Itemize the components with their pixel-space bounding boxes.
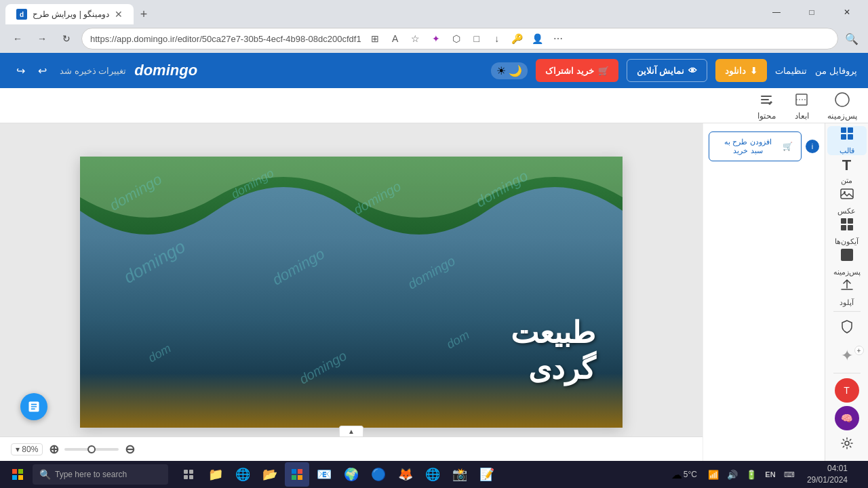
text-tool-icon: T [842,157,851,174]
tray-keyboard-icon[interactable]: ⌨ [781,466,797,483]
minimize-button[interactable]: — [761,2,792,22]
url-input[interactable]: https://app.domingo.ir/editor/50ca27e7-3… [81,28,838,49]
settings-menu[interactable]: تنظیمات [775,66,807,76]
profile-icon[interactable]: 👤 [530,30,546,47]
ai-action-button[interactable] [20,393,47,420]
downloads-icon[interactable]: ↓ [489,30,505,47]
svg-rect-13 [848,218,853,224]
browser-tab[interactable]: d دومینگو | ویرایش طرح ✕ [5,4,134,24]
back-button[interactable]: ← [8,29,27,48]
global-search-icon[interactable]: 🔍 [844,30,860,47]
icons-tool-icon [840,217,854,235]
weather-temp: 5°C [684,470,697,479]
right-panel: 🛒 افزودن طرح به سبد خرید i [703,123,825,461]
content-icon [757,90,776,109]
tab-title: دومینگو | ویرایش طرح [33,9,109,19]
theme-toggle[interactable]: 🌙 ☀ [491,62,528,79]
zoom-slider[interactable] [64,448,119,451]
sidebar-tool-image[interactable]: عکس [827,186,867,216]
undo-button[interactable]: ↩ [33,61,52,80]
show-desktop-button[interactable] [857,462,863,487]
refresh-button[interactable]: ↻ [57,29,76,48]
panel-toggle-button[interactable]: ▲ [339,426,363,436]
sidebar-gear-button[interactable] [827,432,867,458]
firefox-icon[interactable]: 🦊 [393,462,418,487]
zoom-in-button[interactable]: ⊕ [45,441,62,458]
mail-icon[interactable]: 📧 [312,462,336,487]
favorites-icon[interactable]: ☆ [408,30,424,47]
camera-icon[interactable]: 📸 [448,462,472,487]
collections-icon[interactable]: ⊞ [367,30,383,47]
tray-battery-icon[interactable]: 🔋 [743,466,760,483]
browser-ai-icon[interactable]: ✦ [428,30,444,47]
svg-rect-9 [848,134,853,140]
edge-icon[interactable]: 🌍 [339,462,363,487]
tray-wifi-icon[interactable]: 📶 [705,466,722,483]
new-tab-button[interactable]: + [134,4,154,24]
maximize-button[interactable]: □ [796,2,827,22]
sidebar-tool-plus[interactable]: + ✦ [827,343,867,369]
system-clock[interactable]: 04:01 29/01/2024 [802,463,853,486]
chrome-icon[interactable]: 🔵 [366,462,391,487]
redo-button[interactable]: ↪ [11,61,30,80]
toolbar-dimensions[interactable]: ابعاد [792,90,811,121]
taskbar-search-placeholder: Type here to search [55,470,127,479]
sidebar-tool-shield[interactable] [827,316,867,342]
immersive-reader-icon[interactable]: □ [469,30,485,47]
word-icon[interactable]: 📝 [475,462,499,487]
address-bar: ← → ↻ https://app.domingo.ir/editor/50ca… [0,24,868,53]
toolbar-content[interactable]: محتوا [757,90,776,121]
tab-close-btn[interactable]: ✕ [115,9,123,20]
profile-menu[interactable]: پروفایل من [815,66,857,76]
svg-rect-19 [18,469,23,474]
start-button[interactable] [5,462,30,487]
eye-icon: 👁 [688,66,697,76]
taskbar-search[interactable]: 🔍 Type here to search [33,464,168,485]
taskbar-search-icon: 🔍 [39,469,51,480]
taskbar-app-icons: 📁 🌐 📂 📧 🌍 🔵 🦊 🌐 📸 📝 [176,462,499,487]
sidebar-divider [833,311,861,312]
zoom-out-button[interactable]: ⊖ [121,441,138,458]
tray-sound-icon[interactable]: 🔊 [724,466,741,483]
sidebar-tool-upload[interactable]: آپلود [827,278,867,307]
files-icon[interactable]: 📂 [258,462,282,487]
zoom-bar: ▾ 80% ⊕ ⊖ [0,436,703,461]
sidebar-tool-template[interactable]: قالب [827,126,867,155]
earth-icon[interactable]: 🌐 [420,462,445,487]
winstore-icon[interactable] [285,462,309,487]
sidebar-tool-background[interactable]: پس‌زمینه [827,247,867,277]
design-canvas[interactable]: domingo domingo domingo domingo domingo … [80,157,623,428]
globe-icon[interactable]: 🌐 [231,462,255,487]
weather-widget[interactable]: ☁ 5°C [667,468,701,481]
sidebar-ai-button[interactable]: 🧠 [827,405,867,430]
cart-icon: 🛒 [598,66,609,76]
preview-button[interactable]: 👁 نمایش آنلاین [627,59,708,82]
sidebar-translate-button[interactable]: T [827,378,867,403]
canvas-main-text[interactable]: طبیعت گردی [511,315,595,387]
background-tool-label: پس‌زمینه [833,268,861,277]
image-tool-icon [840,186,854,205]
extensions-icon[interactable]: ⬡ [448,30,465,47]
download-button[interactable]: ⬇ دانلود [715,59,767,82]
toolbar-background[interactable]: پس‌زمینه [827,90,857,121]
app-header: پروفایل من تنظیمات ⬇ دانلود 👁 نمایش آنلا… [0,53,868,88]
reader-icon[interactable]: A [387,30,403,47]
password-icon[interactable]: 🔑 [509,30,526,47]
sidebar-tool-text[interactable]: T متن [827,157,867,185]
add-to-cart-button[interactable]: 🛒 افزودن طرح به سبد خرید [709,131,802,161]
tray-lang-icon[interactable]: EN [762,466,778,483]
translate-icon: T [835,378,859,403]
subscribe-button[interactable]: 🛒 خرید اشتراک [536,59,618,82]
info-button[interactable]: i [806,140,819,153]
cart-icon: 🛒 [783,142,793,151]
taskview-icon[interactable] [176,462,201,487]
forward-button[interactable]: → [33,29,52,48]
explorer-icon[interactable]: 📁 [203,462,228,487]
content-label: محتوا [757,111,776,121]
svg-rect-28 [292,475,296,480]
sidebar-tool-icons[interactable]: آیکون‌ها [827,217,867,246]
template-icon [840,126,854,144]
close-button[interactable]: ✕ [831,2,863,22]
more-icon[interactable]: ⋯ [550,30,566,47]
zoom-dropdown[interactable]: ▾ 80% [11,443,43,455]
